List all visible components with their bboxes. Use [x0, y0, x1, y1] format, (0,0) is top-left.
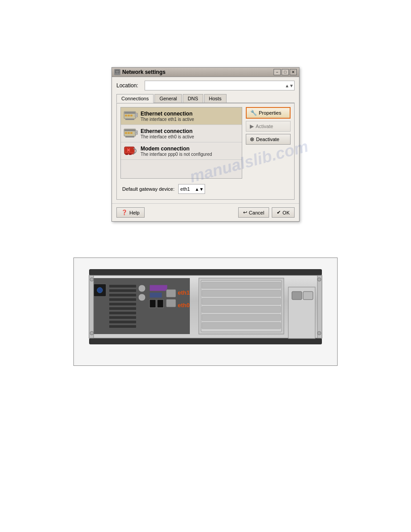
close-button[interactable]: ✕ — [290, 69, 297, 75]
server-svg: eth1 eth0 — [78, 262, 333, 361]
svg-point-63 — [90, 278, 94, 281]
location-select-wrapper: ▲▼ — [145, 81, 295, 90]
svg-point-65 — [317, 278, 321, 281]
tab-hosts[interactable]: Hosts — [204, 94, 227, 103]
cancel-label: Cancel — [249, 210, 264, 215]
ethernet-icon-2 — [124, 127, 138, 140]
svg-rect-52 — [202, 282, 281, 288]
svg-rect-57 — [202, 322, 281, 329]
dialog-title: Network settings — [122, 69, 166, 75]
cancel-button[interactable]: ↩ Cancel — [238, 207, 269, 218]
help-button[interactable]: ❓ Help — [116, 207, 145, 218]
dialog-footer: ❓ Help ↩ Cancel ✔ OK — [112, 203, 299, 221]
connection-item-eth0[interactable]: Ethernet connection The interface eth0 i… — [121, 125, 242, 142]
deactivate-label: Deactivate — [256, 137, 279, 142]
tab-connections[interactable]: Connections — [116, 94, 154, 103]
svg-point-41 — [138, 294, 146, 301]
connections-list: Ethernet connection The interface eth1 i… — [120, 107, 242, 179]
cancel-icon: ↩ — [243, 210, 247, 215]
location-input[interactable] — [145, 81, 295, 90]
conn-name-modem: Modem connection — [141, 146, 212, 152]
dialog-title-left: Network settings — [114, 69, 166, 75]
dialog-titlebar: Network settings − □ ✕ — [112, 68, 299, 77]
svg-text:eth0: eth0 — [178, 302, 190, 309]
svg-rect-62 — [317, 275, 322, 338]
svg-rect-60 — [303, 292, 313, 300]
svg-rect-59 — [292, 292, 302, 300]
svg-rect-43 — [150, 292, 162, 298]
svg-rect-45 — [157, 300, 163, 308]
deactivate-button[interactable]: ⊗ Deactivate — [246, 134, 291, 145]
minimize-button[interactable]: − — [274, 69, 281, 75]
svg-rect-33 — [109, 298, 136, 301]
gateway-row: Default gateway device: eth1 eth0 ▲▼ — [120, 182, 242, 196]
tab-general[interactable]: General — [154, 94, 182, 103]
conn-name-eth1: Ethernet connection — [141, 111, 194, 117]
connection-item-eth1[interactable]: Ethernet connection The interface eth1 i… — [121, 107, 242, 125]
tab-dns[interactable]: DNS — [183, 94, 203, 103]
svg-rect-46 — [166, 289, 176, 297]
server-frame: eth1 eth0 — [73, 257, 338, 366]
conn-text-eth0: Ethernet connection The interface eth0 i… — [141, 128, 194, 139]
dialog-body: Location: ▲▼ Connections General DNS Hos… — [112, 77, 299, 203]
svg-rect-30 — [109, 285, 136, 287]
ok-label: OK — [283, 210, 290, 215]
titlebar-buttons: − □ ✕ — [274, 69, 297, 75]
svg-rect-38 — [109, 321, 136, 323]
activate-label: Activate — [256, 124, 273, 129]
svg-rect-39 — [109, 325, 136, 328]
dialog-icon — [114, 69, 120, 75]
svg-rect-31 — [109, 289, 136, 292]
svg-rect-53 — [202, 290, 281, 296]
conn-text-modem: Modem connection The interface ppp0 is n… — [141, 146, 212, 157]
gateway-select-wrapper: eth1 eth0 ▲▼ — [178, 184, 205, 194]
svg-rect-55 — [202, 306, 281, 313]
svg-rect-11 — [124, 129, 135, 131]
server-image: eth1 eth0 — [78, 262, 333, 361]
modem-icon — [124, 145, 138, 157]
properties-button[interactable]: 🔧 Properties — [246, 107, 291, 119]
location-label: Location: — [116, 82, 141, 89]
svg-point-40 — [138, 285, 146, 292]
maximize-button[interactable]: □ — [282, 69, 289, 75]
properties-icon: 🔧 — [250, 110, 257, 116]
ethernet-icon-1 — [124, 110, 138, 122]
svg-rect-44 — [150, 300, 156, 308]
svg-rect-42 — [150, 285, 167, 291]
svg-rect-14 — [130, 132, 133, 134]
svg-rect-22 — [125, 153, 128, 155]
svg-point-64 — [90, 331, 94, 335]
svg-rect-0 — [116, 70, 119, 73]
connection-item-modem[interactable]: Modem connection The interface ppp0 is n… — [121, 142, 242, 160]
svg-rect-17 — [136, 132, 137, 133]
svg-rect-15 — [125, 136, 134, 137]
svg-rect-9 — [136, 114, 137, 116]
svg-rect-34 — [109, 303, 136, 305]
conn-desc-eth1: The interface eth1 is active — [141, 117, 194, 122]
svg-rect-24 — [89, 269, 322, 275]
conn-text-eth1: Ethernet connection The interface eth1 i… — [141, 111, 194, 122]
svg-rect-12 — [125, 132, 127, 134]
help-label: Help — [129, 210, 140, 215]
svg-rect-6 — [130, 115, 133, 116]
svg-rect-56 — [202, 314, 281, 321]
svg-rect-13 — [128, 132, 130, 134]
svg-rect-47 — [166, 299, 176, 307]
properties-label: Properties — [259, 110, 281, 116]
svg-rect-36 — [109, 312, 136, 314]
svg-point-66 — [317, 331, 321, 335]
ok-button[interactable]: ✔ OK — [272, 207, 295, 218]
gateway-select[interactable]: eth1 eth0 — [178, 184, 205, 194]
activate-icon: ▶ — [250, 123, 254, 129]
help-icon: ❓ — [121, 210, 128, 215]
svg-rect-19 — [125, 148, 133, 152]
activate-button[interactable]: ▶ Activate — [246, 121, 291, 132]
tabs-row: Connections General DNS Hosts — [116, 94, 295, 103]
ok-icon: ✔ — [277, 210, 281, 215]
svg-rect-1 — [116, 73, 118, 74]
svg-point-29 — [97, 287, 103, 293]
svg-rect-37 — [109, 316, 136, 319]
svg-rect-3 — [124, 112, 135, 114]
svg-rect-54 — [202, 298, 281, 305]
gateway-label: Default gateway device: — [122, 186, 175, 192]
